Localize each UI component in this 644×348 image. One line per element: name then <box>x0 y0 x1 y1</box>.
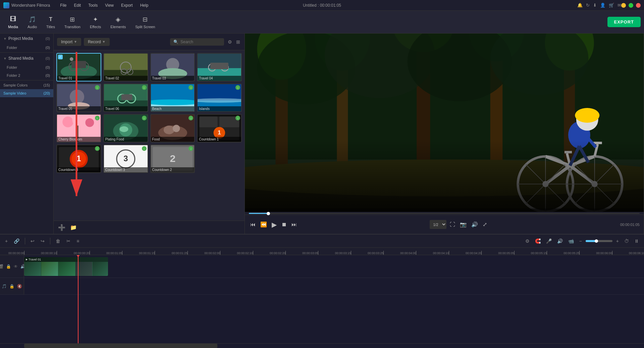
media-item-countdown1[interactable]: 1 ↓ Countdown 1 <box>197 114 242 142</box>
track-audio-lock-btn[interactable]: 🔒 <box>9 283 15 289</box>
search-icon: 🔍 <box>173 40 178 44</box>
more-options-btn[interactable]: ≡ <box>75 237 81 245</box>
media-item-food[interactable]: ↓ Food <box>150 114 195 142</box>
preview-seekbar-thumb[interactable] <box>267 212 270 215</box>
project-media-header[interactable]: ▼ Project Media (0) <box>0 34 53 44</box>
search-input[interactable] <box>180 40 221 44</box>
sample-video-item[interactable]: Sample Video (20) <box>0 89 53 97</box>
media-item-countdown3-circle[interactable]: 3 ↓ Countdown 3 <box>103 144 148 173</box>
timeline-voice-btn[interactable]: 🔊 <box>555 237 565 245</box>
track-lock-btn[interactable]: 🔒 <box>5 264 12 270</box>
media-item-travel06[interactable]: ↓ Travel 06 <box>103 83 148 112</box>
project-media-folder[interactable]: Folder (0) <box>0 44 53 52</box>
sample-colors-item[interactable]: Sample Colors (15) <box>0 81 53 89</box>
zoom-slider-thumb[interactable] <box>595 239 598 243</box>
zoom-slider[interactable] <box>586 240 612 242</box>
toolbar-elements[interactable]: ◈ Elements <box>106 13 130 31</box>
svg-point-41 <box>119 126 128 132</box>
thumb-check-travel01: ✓ <box>58 55 63 59</box>
fit-screen-button[interactable]: ⛶ <box>448 220 457 229</box>
main-toolbar: 🎞 Media 🎵 Audio T Titles ⊞ Transition ✦ … <box>0 11 644 34</box>
stop-button[interactable]: ⏹ <box>280 220 288 229</box>
media-item-islands[interactable]: ↓ Islands <box>197 83 242 112</box>
undo-button[interactable]: ↩ <box>29 237 36 245</box>
redo-button[interactable]: ↪ <box>39 237 46 245</box>
menu-edit[interactable]: Edit <box>71 2 85 8</box>
media-item-countdown3-red[interactable]: 1 ↓ Countdown 3 <box>56 144 101 173</box>
timeline-pause-btn[interactable]: ⏸ <box>633 237 641 245</box>
fullscreen-button[interactable]: ⤢ <box>481 220 488 229</box>
media-item-countdown2[interactable]: 2 ↓ Countdown 2 <box>150 144 195 173</box>
quality-select[interactable]: 1/2 1/4 Full <box>430 220 446 229</box>
menu-tools[interactable]: Tools <box>85 2 101 8</box>
media-item-travel02[interactable]: Travel 02 <box>103 53 148 81</box>
media-item-beach[interactable]: ↓ Beach <box>150 83 195 112</box>
filter-button[interactable]: ⚙ <box>227 38 233 46</box>
timeline-add-track-btn[interactable]: + <box>3 237 9 245</box>
thumb-label-plating: Plating Food <box>104 137 148 142</box>
grid-view-button[interactable]: ⊞ <box>235 38 241 46</box>
play-button[interactable]: ▶ <box>270 219 278 230</box>
purchase-icon[interactable]: 🛒 <box>609 3 614 8</box>
timeline-magnet-btn[interactable]: 🧲 <box>533 237 542 245</box>
download-icon[interactable]: ⬇ <box>593 3 597 8</box>
svg-line-104 <box>575 164 614 204</box>
timeline-camera-btn[interactable]: 📹 <box>567 237 576 245</box>
search-bar: 🔍 <box>170 38 224 46</box>
timeline-scrollbar[interactable] <box>0 343 644 348</box>
menu-help[interactable]: Help <box>137 2 152 8</box>
minimize-button[interactable]: − <box>621 3 626 8</box>
delete-button[interactable]: 🗑 <box>54 237 62 245</box>
toolbar-audio[interactable]: 🎵 Audio <box>23 13 42 31</box>
media-item-travel04[interactable]: Travel 04 <box>197 53 242 81</box>
add-to-timeline-btn[interactable]: ➕ <box>57 223 66 232</box>
create-folder-btn[interactable]: 📁 <box>69 223 78 232</box>
update-icon[interactable]: ↻ <box>586 3 590 8</box>
menu-export[interactable]: Export <box>118 2 136 8</box>
preview-frame-svg <box>245 34 644 212</box>
shared-media-folder2[interactable]: Folder 2 (0) <box>0 71 53 79</box>
mail-icon[interactable]: ✉ <box>618 3 621 8</box>
video-clip-travel01[interactable]: ▶ Travel 01 <box>24 257 108 276</box>
menu-file[interactable]: File <box>57 2 70 8</box>
toolbar-titles[interactable]: T Titles <box>42 13 60 31</box>
import-button[interactable]: Import ▼ <box>57 38 81 46</box>
thumb-label-islands: Islands <box>198 106 241 111</box>
record-button[interactable]: Record ▼ <box>84 38 110 46</box>
skip-to-end-button[interactable]: ⏭ <box>290 220 298 229</box>
user-icon[interactable]: 👤 <box>600 3 605 8</box>
timeline-minus-btn[interactable]: − <box>578 237 584 245</box>
thumb-badge-travel06: ↓ <box>142 85 147 90</box>
media-item-travel05[interactable]: ↓ Travel 05 <box>56 83 101 112</box>
toolbar-effects[interactable]: ✦ Effects <box>85 13 106 31</box>
media-item-plating[interactable]: ↓ Plating Food <box>103 114 148 142</box>
close-button[interactable]: × <box>636 3 641 8</box>
media-item-travel01[interactable]: ✓ Travel 01 <box>56 53 101 81</box>
track-audio-mute-btn[interactable]: 🔇 <box>16 283 23 289</box>
audio-button[interactable]: 🔊 <box>470 220 479 229</box>
timeline-mic-btn[interactable]: 🎤 <box>544 237 553 245</box>
shared-media-header[interactable]: ▼ Shared Media (0) <box>0 53 53 63</box>
timeline-scroll-thumb[interactable] <box>24 344 217 348</box>
timeline-plus-btn[interactable]: + <box>614 237 621 245</box>
project-media-section: ▼ Project Media (0) Folder (0) <box>0 34 53 52</box>
notification-icon[interactable]: 🔔 <box>577 3 583 8</box>
timeline-link-btn[interactable]: 🔗 <box>12 237 21 245</box>
timeline-clock-btn[interactable]: ⏱ <box>623 237 631 245</box>
track-eye-btn[interactable]: 👁 <box>13 264 18 270</box>
toolbar-splitscreen[interactable]: ⊟ Split Screen <box>130 13 160 31</box>
maximize-button[interactable]: □ <box>629 3 633 8</box>
toolbar-transition[interactable]: ⊞ Transition <box>60 13 85 31</box>
step-back-button[interactable]: ⏪ <box>259 220 268 229</box>
cut-button[interactable]: ✂ <box>65 237 72 245</box>
menu-view[interactable]: View <box>102 2 117 8</box>
media-item-cherry[interactable]: ↓ Cherry Blossom <box>56 114 101 142</box>
toolbar-media[interactable]: 🎞 Media <box>3 13 23 31</box>
timeline-settings-btn[interactable]: ⚙ <box>524 237 531 245</box>
export-button[interactable]: EXPORT <box>607 17 641 27</box>
preview-seekbar[interactable] <box>249 213 640 214</box>
shared-media-folder[interactable]: Folder (0) <box>0 63 53 71</box>
media-item-travel03[interactable]: Travel 03 <box>150 53 195 81</box>
snapshot-button[interactable]: 📷 <box>459 220 468 229</box>
skip-to-start-button[interactable]: ⏮ <box>249 220 257 229</box>
